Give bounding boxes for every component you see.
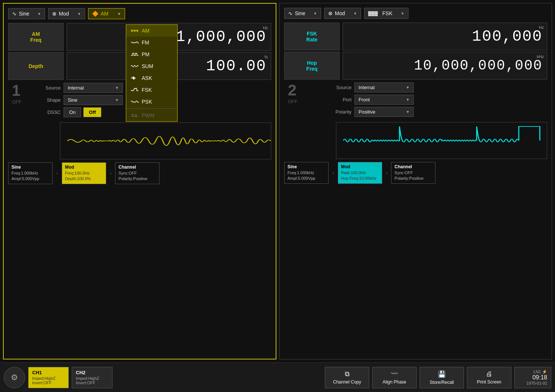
ch2-modtype-dropdown[interactable]: ▓▓▓ FSK ▼ bbox=[364, 8, 408, 19]
ch2-status-mod-val2: Hop Freq:10.00kHz bbox=[341, 176, 379, 181]
ch1-status-bar: Sine Freq:1.000kHz Ampl:5.000Vpp › Mod F… bbox=[8, 162, 271, 184]
clock-date: 1970-01-01 bbox=[518, 381, 547, 385]
ch2-waveform-svg bbox=[336, 122, 547, 159]
ch1-waveform-dropdown[interactable]: ∿ Sine ▼ bbox=[8, 8, 45, 19]
ch2-panel: ∿ Sine ▼ ⊗ Mod ▼ ▓▓▓ FSK ▼ FSK Rate bbox=[279, 3, 552, 359]
ch2-port-dropdown[interactable]: Front ▼ bbox=[354, 95, 414, 105]
align-phase-button[interactable]: 〰 Align Phase bbox=[372, 367, 417, 388]
menu-pm-label: PM bbox=[142, 51, 149, 57]
ch2-fsk-icon: ▓▓▓ bbox=[368, 11, 378, 16]
channel-copy-button[interactable]: ⧉ Channel Copy bbox=[325, 367, 369, 388]
svg-point-2 bbox=[136, 30, 138, 32]
mod-icon: ⊗ bbox=[52, 11, 57, 17]
menu-item-ask[interactable]: ASK bbox=[126, 72, 177, 84]
ch2-source-row: Source Internal ▼ bbox=[329, 82, 547, 92]
ch1-mod-dropdown[interactable]: ⊗ Mod ▼ bbox=[48, 8, 85, 19]
ask-menu-icon bbox=[131, 75, 139, 81]
store-recall-button[interactable]: 💾 Store/Recall bbox=[420, 367, 464, 388]
ch1-footer-detail2: Invert:OFF bbox=[32, 381, 65, 385]
ch1-shape-dropdown[interactable]: Sine ▼ bbox=[64, 95, 123, 105]
ch2-status-mod[interactable]: Mod Rate:100.0Hz Hop Freq:10.00kHz bbox=[338, 162, 382, 184]
ch1-status-sine[interactable]: Sine Freq:1.000kHz Ampl:5.000Vpp bbox=[8, 162, 53, 184]
ch2-sine-icon: ∿ bbox=[288, 10, 293, 16]
ch2-footer-block[interactable]: CH2 Imped:HighZ Invert:OFF bbox=[72, 367, 112, 388]
ch2-param1-unit: Hz bbox=[539, 25, 544, 30]
menu-fm-label: FM bbox=[142, 40, 149, 45]
ch1-status-channel-val2: Polarity:Positive bbox=[118, 176, 156, 182]
ch2-status-mod-val1: Rate:100.0Hz bbox=[341, 170, 379, 176]
ch2-polarity-arrow: ▼ bbox=[406, 110, 410, 114]
ch1-shape-label: Shape bbox=[38, 97, 64, 103]
fm-menu-icon bbox=[131, 40, 139, 45]
ch2-param2-label: Hop Freq bbox=[284, 52, 340, 80]
menu-psk-label: PSK bbox=[142, 99, 152, 105]
modtype-dropdown-menu: AM FM PM SUM bbox=[126, 24, 178, 122]
ch2-polarity-value: Positive bbox=[359, 109, 376, 115]
channel-copy-label: Channel Copy bbox=[333, 379, 361, 385]
menu-ask-label: ASK bbox=[142, 75, 152, 81]
menu-fsk-label: FSK bbox=[142, 87, 152, 93]
ch1-dssc-off-button[interactable]: Off bbox=[83, 107, 101, 117]
ch1-dssc-on-button[interactable]: On bbox=[64, 107, 81, 117]
ch2-waveform-display bbox=[336, 122, 547, 159]
menu-item-am[interactable]: AM bbox=[126, 25, 177, 37]
ch2-param1-number: 100,000 bbox=[472, 28, 542, 45]
ch2-source-dropdown[interactable]: Internal ▼ bbox=[354, 82, 414, 92]
fsk-menu-icon bbox=[131, 87, 139, 92]
ch2-status-mod-title: Mod bbox=[341, 164, 379, 169]
ch1-waveform-arrow: ▼ bbox=[37, 12, 41, 16]
ch1-source-dropdown[interactable]: Internal ▼ bbox=[64, 83, 123, 93]
ch2-footer-title: CH2 bbox=[76, 370, 108, 375]
ch2-status-channel[interactable]: Channel Sync:OFF Polarity:Positive bbox=[391, 162, 435, 184]
ch1-modtype-dropdown[interactable]: 🔶 AM ▼ bbox=[88, 8, 125, 19]
ch1-shape-value: Sine bbox=[68, 97, 77, 103]
ch2-polarity-label: Polarity bbox=[329, 109, 354, 115]
ch1-status-arrow1: › bbox=[55, 162, 60, 184]
ch2-port-arrow: ▼ bbox=[406, 98, 410, 102]
svg-point-0 bbox=[131, 30, 133, 32]
menu-item-fsk[interactable]: FSK bbox=[126, 84, 177, 96]
ch2-waveform-dropdown[interactable]: ∿ Sine ▼ bbox=[284, 8, 321, 19]
ch1-status-channel[interactable]: Channel Sync:OFF Polarity:Positive bbox=[115, 162, 159, 184]
ch1-panel: ∿ Sine ▼ ⊗ Mod ▼ 🔶 AM ▼ AM Freq bbox=[3, 3, 276, 359]
svg-point-1 bbox=[134, 30, 136, 32]
settings-icon: ⚙ bbox=[11, 373, 18, 382]
ch2-modtype-arrow: ▼ bbox=[401, 11, 404, 16]
menu-item-fm[interactable]: FM bbox=[126, 37, 177, 48]
ch1-status-sine-title: Sine bbox=[11, 165, 49, 170]
ch2-controls-area: 2 OFF Source Internal ▼ Port Front ▼ bbox=[288, 82, 547, 119]
ch1-param1-label: AM Freq bbox=[8, 23, 64, 51]
ch1-source-value: Internal bbox=[68, 85, 84, 91]
ch2-status-channel-val1: Sync:OFF bbox=[394, 170, 432, 176]
ch1-status-channel-title: Channel bbox=[118, 165, 156, 170]
ch1-mod-label: Mod bbox=[59, 11, 69, 17]
ch1-status-mod-val1: Freq:100.0Hz bbox=[65, 170, 103, 176]
menu-item-psk[interactable]: PSK bbox=[126, 96, 177, 108]
menu-sum-label: SUM bbox=[142, 63, 153, 69]
ch2-mod-dropdown[interactable]: ⊗ Mod ▼ bbox=[324, 8, 361, 19]
ch2-param2-value[interactable]: kHz 10,000,000,000 bbox=[343, 52, 547, 80]
channel-copy-icon: ⧉ bbox=[345, 370, 350, 378]
ch1-footer-block[interactable]: CH1 Imped:HighZ Invert:OFF bbox=[28, 367, 69, 388]
ch2-polarity-dropdown[interactable]: Positive ▼ bbox=[354, 107, 414, 117]
am-icon: 🔶 bbox=[92, 11, 98, 17]
ch2-control-rows: Source Internal ▼ Port Front ▼ Polarity bbox=[329, 82, 547, 119]
ch2-status-sine-val1: Freq:1.000kHz bbox=[287, 170, 325, 176]
ch2-params-area: FSK Rate Hop Freq Hz 100,000 kHz 10,000,… bbox=[284, 23, 547, 80]
ch2-status-arrow1: › bbox=[331, 162, 336, 184]
menu-item-sum[interactable]: SUM bbox=[126, 60, 177, 72]
psk-menu-icon bbox=[131, 99, 139, 104]
ch1-status-mod[interactable]: Mod Freq:100.0Hz Depth:100.0% bbox=[62, 162, 106, 184]
print-screen-button[interactable]: 🖨 Print Screen bbox=[467, 367, 511, 388]
ch2-param1-value[interactable]: Hz 100,000 bbox=[343, 23, 547, 50]
menu-item-pm[interactable]: PM bbox=[126, 48, 177, 60]
ch2-modtype-label: FSK bbox=[382, 10, 392, 16]
ch1-mod-arrow: ▼ bbox=[77, 12, 81, 16]
ch1-status-mod-val2: Depth:100.0% bbox=[65, 176, 103, 182]
ch2-toolbar: ∿ Sine ▼ ⊗ Mod ▼ ▓▓▓ FSK ▼ bbox=[284, 8, 547, 19]
ch2-mod-label: Mod bbox=[335, 10, 345, 16]
ch2-status-sine[interactable]: Sine Freq:1.000kHz Ampl:5.000Vpp bbox=[284, 162, 329, 184]
pm-menu-icon bbox=[131, 52, 139, 57]
align-phase-label: Align Phase bbox=[383, 379, 406, 385]
settings-button[interactable]: ⚙ bbox=[4, 367, 25, 388]
